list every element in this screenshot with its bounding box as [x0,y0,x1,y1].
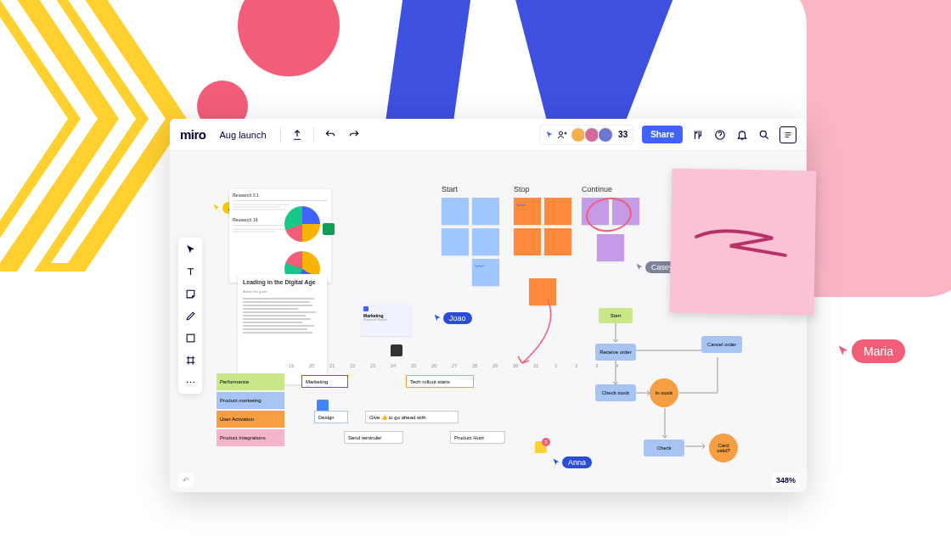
cursor-anna: Anna [552,456,592,468]
sticky-note[interactable] [514,228,541,255]
svg-point-2 [760,131,766,137]
task-go-ahead[interactable]: Give 👍 to go ahead with [365,411,459,423]
sticky-note[interactable] [442,198,469,225]
doc-section-title: Research 2.1 [233,193,328,198]
sticky-note[interactable]: 〰 [514,198,541,225]
divider [280,127,281,143]
cursor-mode-icon [545,131,554,139]
large-sticky-note[interactable] [670,169,817,316]
redo-icon[interactable] [346,127,362,143]
bg-blue-shape-1 [385,0,473,127]
lane-product-integrations[interactable]: Product Integrations [217,429,284,446]
avatar [598,127,613,143]
zoom-level[interactable]: 348% [772,473,800,487]
cursor-label: Joao [443,312,472,324]
sheets-badge-icon [323,223,335,235]
topbar: miro Aug launch 33 Share [170,119,807,151]
bg-blue-shape-2 [492,0,679,127]
task-send-reminder[interactable]: Send reminder [344,431,403,444]
export-icon[interactable] [290,127,305,143]
cursor-maria: Maria [836,339,905,363]
notifications-icon[interactable] [735,128,749,142]
share-button[interactable]: Share [642,126,683,143]
comment-icon[interactable] [391,344,402,356]
search-icon[interactable] [757,128,771,142]
flow-check[interactable]: Check [644,440,684,456]
add-collaborator-icon [557,130,567,140]
flow-cancel-order[interactable]: Cancel order [701,336,742,353]
lane-user-activation[interactable]: User Activation [217,411,284,428]
lane-product-marketing[interactable]: Product marketing [217,392,284,409]
svg-point-0 [560,132,563,135]
sticky-note[interactable] [597,234,624,261]
sticky-note[interactable] [544,228,571,255]
sticky-note[interactable] [442,228,469,255]
sticky-note[interactable] [544,198,571,225]
timeline-dates: 192021222324252627282930311234 [285,363,623,368]
docs-badge-icon [317,400,329,412]
flow-receive-order[interactable]: Receive order [595,344,636,361]
freehand-arrow[interactable] [509,295,569,372]
divider [313,127,314,143]
sticky-note[interactable] [472,228,499,255]
task-marketing[interactable]: Marketing [301,375,348,388]
flow-start[interactable]: Start [599,308,633,323]
miro-logo[interactable]: miro [180,127,206,142]
sticky-note[interactable] [472,198,499,225]
undo-icon[interactable] [323,127,338,143]
cursor-label: Anna [562,456,592,468]
history-icon[interactable]: ↶ [178,473,194,487]
presence-indicator[interactable]: 33 [539,125,633,145]
cursor-label: Maria [852,339,905,363]
flow-check-stock[interactable]: Check stock [595,384,636,401]
retro-continue-label: Continue [582,185,612,193]
comment-icon[interactable]: 3 [535,441,547,453]
bg-pink-circle-large [238,0,340,76]
comment-count-badge: 3 [542,438,550,446]
board-name[interactable]: Aug launch [215,126,272,143]
presence-count: 33 [618,130,627,139]
flow-in-stock[interactable]: In stock [650,378,678,407]
settings-icon[interactable] [691,128,705,142]
task-design[interactable]: Design [314,411,348,423]
flow-card-valid[interactable]: Card valid? [709,434,738,462]
sticky-note[interactable]: 〰 [472,259,499,286]
retro-start-label: Start [442,185,458,193]
task-tech-rollout[interactable]: Tech rollout starts [406,375,474,388]
pie-chart[interactable] [284,206,320,242]
cursor-joao: Joao [433,312,472,324]
doc-title: Leading in the Digital Age [243,279,322,286]
help-icon[interactable] [713,128,727,142]
marketing-card[interactable]: Marketing Shared with Dropbox [361,304,412,336]
task-product-hunt[interactable]: Product Hunt [450,431,505,444]
retro-stop-label: Stop [514,185,530,193]
lane-performance[interactable]: Performance [217,373,284,390]
activity-icon[interactable] [779,126,796,143]
